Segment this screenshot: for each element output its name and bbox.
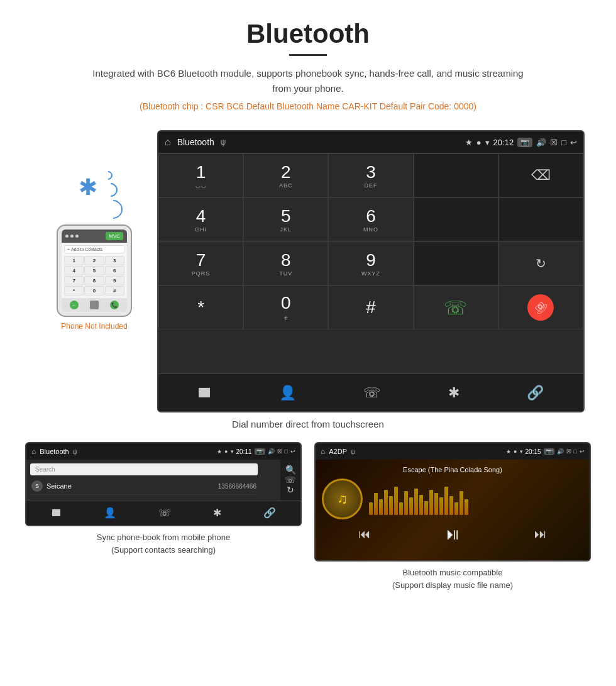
phone-keypad: 1 2 3 4 5 6 7 8 9 * 0 # (64, 256, 124, 296)
dial-empty-4 (414, 241, 498, 285)
usb-icon: ψ (221, 138, 226, 147)
dial-key-0[interactable]: 0 + (243, 285, 328, 329)
bluetooth-toolbar-icon[interactable]: ✱ (448, 385, 459, 401)
dial-key-4[interactable]: 4 GHI (158, 197, 243, 241)
pb-toolbar-bt-icon[interactable]: ✱ (213, 507, 221, 519)
music-screenshot-item: ⌂ A2DP ψ ★ ● ▾ 20:15 📷 🔊 ☒ □ ↩ E (314, 442, 591, 591)
play-pause-icon[interactable]: ⏯ (444, 524, 461, 544)
viz-bar (374, 493, 378, 515)
phone-icon[interactable]: ☏ (363, 385, 381, 401)
music-song-title: Escape (The Pina Colada Song) (403, 466, 502, 473)
close-icon[interactable]: ☒ (550, 138, 558, 147)
music-usb-icon: ψ (351, 448, 355, 455)
dial-key-3[interactable]: 3 DEF (328, 153, 413, 197)
call-end-icon: ☏ (527, 294, 554, 321)
volume-icon[interactable]: 🔊 (536, 138, 546, 147)
pb-refresh-action-icon[interactable]: ↻ (287, 485, 294, 495)
apps-grid-icon[interactable]: ⯀ (198, 385, 212, 401)
car-screen-toolbar: ⯀ 👤 ☏ ✱ 🔗 (158, 373, 583, 411)
dial-backspace-cell[interactable]: ⌫ (498, 153, 583, 197)
prev-track-icon[interactable]: ⏮ (358, 527, 371, 541)
window-icon[interactable]: □ (561, 138, 566, 147)
pb-window-icon: □ (285, 448, 288, 455)
dial-call-end-cell[interactable]: ☏ (498, 285, 583, 329)
call-green-icon: ☏ (444, 297, 468, 319)
bluetooth-symbol-area: ✱ (66, 168, 123, 218)
back-icon[interactable]: ↩ (570, 138, 577, 147)
phone-key-2: 2 (84, 256, 104, 265)
main-screenshot-area: ✱ MVC + Add to Contacts (0, 130, 616, 412)
page-title: Bluetooth (13, 19, 603, 49)
phone-key-3: 3 (105, 256, 124, 265)
phonebook-toolbar: ⯀ 👤 ☏ ✱ 🔗 (26, 500, 300, 525)
arc-large (100, 196, 126, 223)
phonebook-car-screen: ⌂ Bluetooth ψ ★ ● ▾ 20:11 📷 🔊 ☒ □ ↩ (25, 442, 302, 526)
dial-call-green-cell[interactable]: ☏ (414, 285, 498, 329)
phone-home-btn (90, 301, 99, 309)
pb-search-action-icon[interactable]: 🔍 (285, 465, 296, 475)
pb-toolbar-link-icon[interactable]: 🔗 (263, 507, 276, 519)
search-bar[interactable]: Search (30, 463, 258, 475)
pb-time: 20:11 (236, 448, 252, 455)
viz-bar (409, 497, 413, 515)
pb-toolbar-apps-icon[interactable]: ⯀ (52, 507, 62, 519)
dial-key-7[interactable]: 7 PQRS (158, 241, 243, 285)
phone-bottom-bar: ← 📞 (62, 298, 127, 312)
dial-key-9[interactable]: 9 WXYZ (328, 241, 413, 285)
dial-key-star[interactable]: * (158, 285, 243, 329)
viz-bar (424, 501, 428, 515)
dial-key-6[interactable]: 6 MNO (328, 197, 413, 241)
dial-key-8[interactable]: 8 TUV (243, 241, 328, 285)
viz-bar (429, 490, 433, 515)
camera-icon[interactable]: 📷 (517, 138, 532, 147)
wifi-arcs (104, 171, 123, 219)
statusbar-left: ⌂ Bluetooth ψ (165, 136, 226, 148)
person-icon[interactable]: 👤 (279, 385, 296, 401)
dial-redial-cell[interactable]: ↻ (498, 241, 583, 285)
phone-key-7: 7 (64, 276, 84, 285)
pb-usb-icon: ψ (73, 448, 77, 455)
viz-bar (399, 502, 403, 515)
dial-empty-3 (498, 197, 583, 241)
contact-row[interactable]: S Seicane 13566664466 (30, 478, 258, 495)
plus-icon: + (67, 247, 70, 252)
pb-call-action-icon[interactable]: ☏ (285, 475, 296, 485)
phone-not-included-label: Phone Not Included (61, 322, 127, 331)
music-vol-icon: 🔊 (557, 448, 564, 455)
page-description: Integrated with BC6 Bluetooth module, su… (88, 66, 528, 96)
music-content-row: ♫ (322, 479, 583, 519)
phone-screen: + Add to Contacts 1 2 3 4 5 6 7 8 9 * 0 … (62, 243, 127, 298)
phone-signal-dots (65, 235, 79, 238)
link-icon[interactable]: 🔗 (527, 385, 544, 401)
music-statusbar-left: ⌂ A2DP ψ (321, 447, 355, 456)
add-contact-bar: + Add to Contacts (64, 245, 124, 253)
arc-small (102, 169, 114, 182)
dial-empty-1 (414, 153, 498, 197)
viz-bar (394, 487, 398, 515)
next-track-icon[interactable]: ⏭ (534, 527, 547, 541)
car-statusbar: ⌂ Bluetooth ψ ★ ● ▾ 20:12 📷 🔊 ☒ □ ↩ (158, 131, 583, 153)
contact-initial: S (31, 480, 43, 492)
dial-key-5[interactable]: 5 JKL (243, 197, 328, 241)
music-back-icon: ↩ (580, 448, 585, 455)
viz-bar (454, 502, 458, 515)
pb-home-icon[interactable]: ⌂ (31, 447, 36, 456)
music-controls: ⏮ ⏯ ⏭ (322, 519, 583, 546)
pb-toolbar-person-icon[interactable]: 👤 (104, 507, 116, 519)
phone-section: ✱ MVC + Add to Contacts (31, 130, 157, 331)
pb-toolbar-phone-icon[interactable]: ☏ (158, 507, 171, 519)
home-icon[interactable]: ⌂ (165, 136, 171, 148)
viz-bar (384, 490, 388, 515)
dial-key-2[interactable]: 2 ABC (243, 153, 328, 197)
status-time: 20:12 (493, 138, 514, 147)
phone-key-6: 6 (105, 266, 124, 275)
car-dialpad-screen: ⌂ Bluetooth ψ ★ ● ▾ 20:12 📷 🔊 ☒ □ ↩ 1 (157, 130, 585, 412)
dial-key-1[interactable]: 1 ◡◡ (158, 153, 243, 197)
phone-key-hash: # (105, 286, 124, 296)
music-home-icon[interactable]: ⌂ (321, 447, 325, 456)
main-caption: Dial number direct from touchscreen (0, 419, 616, 429)
title-underline (289, 54, 327, 56)
viz-bar (414, 489, 418, 515)
phonebook-content: Search S Seicane 13566664466 🔍 ☏ ↻ (26, 460, 300, 500)
dial-key-hash[interactable]: # (328, 285, 413, 329)
